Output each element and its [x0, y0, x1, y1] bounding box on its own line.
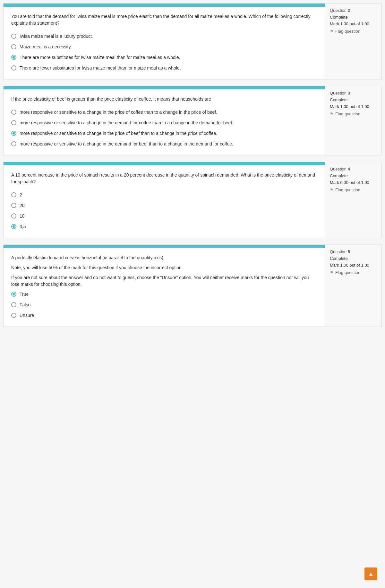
question-3-body: If the price elasticity of beef is great… — [4, 89, 325, 155]
question-3-option-label-1: more responsive or sensitive to a change… — [20, 109, 217, 116]
question-5-flag-button[interactable]: ⚑Flag question — [330, 270, 377, 275]
question-2-mark: Mark 1.00 out of 1.00 — [330, 21, 377, 26]
question-5-status: Complete — [330, 256, 377, 261]
question-5-sidebar: Question 5CompleteMark 1.00 out of 1.00⚑… — [325, 245, 381, 327]
question-3-option-label-3: more responsive or sensitive to a change… — [20, 130, 217, 137]
question-5-main: A perfectly elastic demand curve is hori… — [4, 245, 325, 327]
question-2-header-bar — [4, 4, 325, 7]
question-2-body: You are told that the demand for Iwisa m… — [4, 7, 325, 79]
question-5-radio-2[interactable] — [11, 302, 16, 307]
question-3-sidebar: Question 3CompleteMark 1.00 out of 1.00⚑… — [325, 86, 381, 155]
question-3-radio-3[interactable] — [11, 131, 16, 136]
question-5-text-line-3: If you are not sure about the answer and… — [11, 274, 317, 288]
question-5-option-label-1: True — [20, 291, 29, 298]
flag-icon: ⚑ — [330, 29, 334, 34]
question-2-option-label-4: There are fewer substitutes for Iwisa ma… — [20, 65, 181, 71]
question-3-option-2[interactable]: more responsive or sensitive to a change… — [11, 120, 317, 126]
question-5-flag-label: Flag question — [335, 270, 360, 275]
question-5-sidebar-label: Question 5 — [330, 249, 377, 254]
question-4-text: A 10 percent increase in the price of sp… — [11, 172, 317, 185]
question-4-radio-4[interactable] — [11, 224, 16, 229]
question-2-main: You are told that the demand for Iwisa m… — [4, 4, 325, 79]
question-2-option-label-2: Maize meal is a necessity. — [20, 44, 72, 50]
question-2-flag-button[interactable]: ⚑Flag question — [330, 29, 377, 34]
question-3-sidebar-label: Question 3 — [330, 91, 377, 95]
question-2-radio-2[interactable] — [11, 44, 16, 49]
question-5-option-3[interactable]: Unsure — [11, 312, 317, 319]
question-4-header-bar — [4, 162, 325, 165]
question-4-option-4[interactable]: 0,5 — [11, 223, 317, 230]
question-3-options: more responsive or sensitive to a change… — [11, 109, 317, 147]
question-2-option-3[interactable]: There are more substitutes for Iwisa mai… — [11, 54, 317, 61]
question-4-flag-button[interactable]: ⚑Flag question — [330, 187, 377, 192]
question-3-radio-4[interactable] — [11, 141, 16, 146]
question-4-sidebar-label: Question 4 — [330, 167, 377, 171]
question-4-radio-2[interactable] — [11, 203, 16, 208]
question-2-radio-4[interactable] — [11, 65, 16, 70]
question-4-status: Complete — [330, 173, 377, 178]
question-4-main: A 10 percent increase in the price of sp… — [4, 162, 325, 238]
question-3-main: If the price elasticity of beef is great… — [4, 86, 325, 155]
question-5-radio-3[interactable] — [11, 313, 16, 318]
question-2-sidebar: Question 2CompleteMark 1.00 out of 1.00⚑… — [325, 4, 381, 79]
question-2-sidebar-label: Question 2 — [330, 8, 377, 13]
question-4-option-2[interactable]: 20 — [11, 202, 317, 209]
question-5-option-2[interactable]: False — [11, 302, 317, 308]
question-3-flag-button[interactable]: ⚑Flag question — [330, 112, 377, 116]
question-4-wrapper: A 10 percent increase in the price of sp… — [3, 162, 382, 238]
question-4-option-label-2: 20 — [20, 202, 25, 209]
question-5-option-label-3: Unsure — [20, 312, 34, 319]
flag-icon: ⚑ — [330, 270, 334, 275]
question-2-option-label-1: Iwisa maize meal is a luxury product. — [20, 33, 93, 40]
question-5-mark: Mark 1.00 out of 1.00 — [330, 263, 377, 268]
question-3-wrapper: If the price elasticity of beef is great… — [3, 86, 382, 155]
question-3-text: If the price elasticity of beef is great… — [11, 96, 317, 103]
question-3-radio-2[interactable] — [11, 120, 16, 125]
question-4-radio-3[interactable] — [11, 213, 16, 219]
question-2-radio-3[interactable] — [11, 55, 16, 60]
question-2-wrapper: You are told that the demand for Iwisa m… — [3, 3, 382, 79]
question-2-text: You are told that the demand for Iwisa m… — [11, 13, 317, 27]
question-5-option-label-2: False — [20, 302, 30, 308]
question-2-option-2[interactable]: Maize meal is a necessity. — [11, 44, 317, 50]
question-5-options: TrueFalseUnsure — [11, 291, 317, 319]
question-3-status: Complete — [330, 97, 377, 102]
question-4-option-1[interactable]: 2 — [11, 192, 317, 198]
question-3-header-bar — [4, 86, 325, 89]
question-5-header-bar — [4, 245, 325, 248]
question-4-option-label-4: 0,5 — [20, 223, 26, 230]
question-2-option-label-3: There are more substitutes for Iwisa mai… — [20, 54, 180, 61]
question-2-options: Iwisa maize meal is a luxury product.Mai… — [11, 33, 317, 71]
flag-icon: ⚑ — [330, 112, 334, 116]
question-4-options: 220100,5 — [11, 192, 317, 230]
question-2-flag-label: Flag question — [335, 29, 360, 34]
question-2-status: Complete — [330, 15, 377, 20]
question-5-radio-1[interactable] — [11, 292, 16, 297]
question-5-body: A perfectly elastic demand curve is hori… — [4, 248, 325, 327]
question-4-flag-label: Flag question — [335, 187, 360, 192]
question-5-option-1[interactable]: True — [11, 291, 317, 298]
question-3-flag-label: Flag question — [335, 112, 360, 116]
question-2-radio-1[interactable] — [11, 34, 16, 39]
question-3-option-label-2: more responsive or sensitive to a change… — [20, 120, 233, 126]
page-container: You are told that the demand for Iwisa m… — [0, 0, 385, 330]
flag-icon: ⚑ — [330, 187, 334, 192]
question-5-text-line-1: A perfectly elastic demand curve is hori… — [11, 254, 317, 261]
question-2-option-1[interactable]: Iwisa maize meal is a luxury product. — [11, 33, 317, 40]
question-4-radio-1[interactable] — [11, 192, 16, 197]
question-4-sidebar: Question 4CompleteMark 0.00 out of 1.00⚑… — [325, 162, 381, 238]
question-5-text-line-2: Note, you will lose 50% of the mark for … — [11, 264, 317, 271]
question-4-body: A 10 percent increase in the price of sp… — [4, 165, 325, 238]
question-3-option-label-4: more responsive or sensitive to a change… — [20, 141, 233, 147]
question-3-option-1[interactable]: more responsive or sensitive to a change… — [11, 109, 317, 116]
question-3-option-4[interactable]: more responsive or sensitive to a change… — [11, 141, 317, 147]
question-4-option-label-3: 10 — [20, 213, 25, 219]
question-4-option-3[interactable]: 10 — [11, 213, 317, 219]
question-3-mark: Mark 1.00 out of 1.00 — [330, 104, 377, 109]
question-4-mark: Mark 0.00 out of 1.00 — [330, 180, 377, 185]
question-5-wrapper: A perfectly elastic demand curve is hori… — [3, 244, 382, 327]
question-3-option-3[interactable]: more responsive or sensitive to a change… — [11, 130, 317, 137]
question-4-option-label-1: 2 — [20, 192, 22, 198]
question-2-option-4[interactable]: There are fewer substitutes for Iwisa ma… — [11, 65, 317, 71]
question-3-radio-1[interactable] — [11, 110, 16, 115]
